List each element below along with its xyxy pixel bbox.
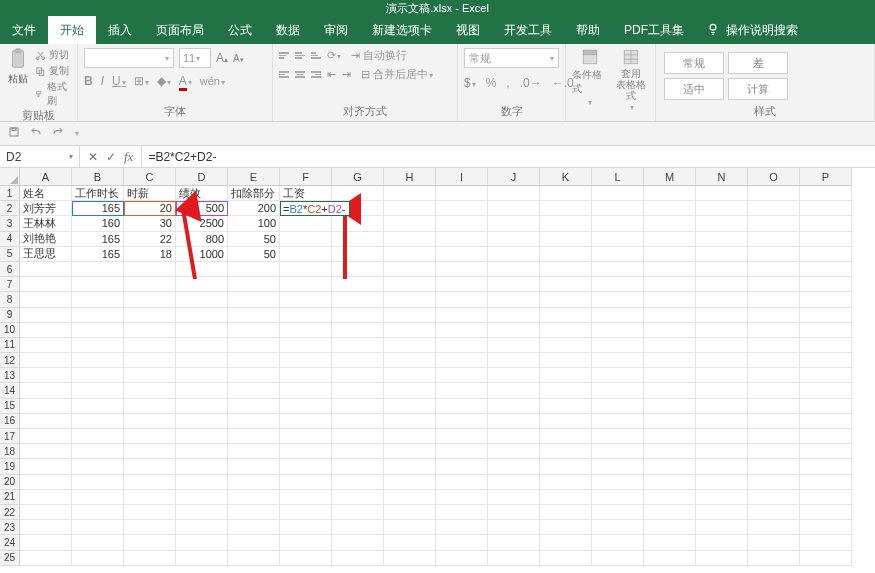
cell-P17[interactable] [800, 429, 852, 444]
cell-L8[interactable] [592, 292, 644, 307]
cell-O13[interactable] [748, 368, 800, 383]
increase-font-button[interactable]: A▴ [216, 51, 228, 65]
row-header-5[interactable]: 5 [0, 247, 20, 262]
cell-D11[interactable] [176, 338, 228, 353]
cell-L11[interactable] [592, 338, 644, 353]
row-header-6[interactable]: 6 [0, 262, 20, 277]
cell-E11[interactable] [228, 338, 280, 353]
cell-E22[interactable] [228, 505, 280, 520]
cell-H21[interactable] [384, 490, 436, 505]
cell-D21[interactable] [176, 490, 228, 505]
cell-N11[interactable] [696, 338, 748, 353]
col-header-E[interactable]: E [228, 168, 280, 186]
cell-M11[interactable] [644, 338, 696, 353]
cell-P10[interactable] [800, 323, 852, 338]
cell-F1[interactable]: 工资 [280, 186, 332, 201]
cell-C10[interactable] [124, 323, 176, 338]
cell-B4[interactable]: 165 [72, 232, 124, 247]
tell-me[interactable]: 操作说明搜索 [696, 16, 808, 44]
cell-N24[interactable] [696, 535, 748, 550]
cell-H18[interactable] [384, 444, 436, 459]
tab-data[interactable]: 数据 [264, 16, 312, 44]
cell-E12[interactable] [228, 353, 280, 368]
cell-P21[interactable] [800, 490, 852, 505]
cell-P7[interactable] [800, 277, 852, 292]
cell-I19[interactable] [436, 459, 488, 474]
cell-H14[interactable] [384, 383, 436, 398]
cell-A23[interactable] [20, 520, 72, 535]
cell-J21[interactable] [488, 490, 540, 505]
cell-F19[interactable] [280, 459, 332, 474]
cell-L19[interactable] [592, 459, 644, 474]
cell-N6[interactable] [696, 262, 748, 277]
cancel-formula-button[interactable]: ✕ [88, 150, 98, 164]
cell-A19[interactable] [20, 459, 72, 474]
tab-home[interactable]: 开始 [48, 16, 96, 44]
cell-C23[interactable] [124, 520, 176, 535]
cell-G4[interactable] [332, 232, 384, 247]
cell-J12[interactable] [488, 353, 540, 368]
cell-G19[interactable] [332, 459, 384, 474]
cell-M12[interactable] [644, 353, 696, 368]
cell-L16[interactable] [592, 414, 644, 429]
cell-F13[interactable] [280, 368, 332, 383]
cell-G6[interactable] [332, 262, 384, 277]
cell-I10[interactable] [436, 323, 488, 338]
cell-G1[interactable] [332, 186, 384, 201]
cell-P19[interactable] [800, 459, 852, 474]
cell-B16[interactable] [72, 414, 124, 429]
cell-O15[interactable] [748, 399, 800, 414]
align-bottom-button[interactable] [311, 52, 321, 59]
cell-C13[interactable] [124, 368, 176, 383]
cell-J2[interactable] [488, 201, 540, 216]
cell-N25[interactable] [696, 551, 748, 566]
cell-D1[interactable]: 绩效 [176, 186, 228, 201]
cell-M3[interactable] [644, 216, 696, 231]
row-header-22[interactable]: 22 [0, 505, 20, 520]
cell-B15[interactable] [72, 399, 124, 414]
cell-A20[interactable] [20, 475, 72, 490]
cell-P18[interactable] [800, 444, 852, 459]
cell-F20[interactable] [280, 475, 332, 490]
cell-L17[interactable] [592, 429, 644, 444]
cell-C18[interactable] [124, 444, 176, 459]
cell-G18[interactable] [332, 444, 384, 459]
tab-review[interactable]: 审阅 [312, 16, 360, 44]
cell-M18[interactable] [644, 444, 696, 459]
cell-L22[interactable] [592, 505, 644, 520]
cell-J5[interactable] [488, 247, 540, 262]
cell-A5[interactable]: 王思思 [20, 247, 72, 262]
cell-L18[interactable] [592, 444, 644, 459]
cell-E25[interactable] [228, 551, 280, 566]
spreadsheet-grid[interactable]: ABCDEFGHIJKLMNOP 12345678910111213141516… [0, 168, 875, 573]
cell-C14[interactable] [124, 383, 176, 398]
cell-N12[interactable] [696, 353, 748, 368]
cell-L12[interactable] [592, 353, 644, 368]
cell-G23[interactable] [332, 520, 384, 535]
cell-D18[interactable] [176, 444, 228, 459]
tab-formulas[interactable]: 公式 [216, 16, 264, 44]
row-header-21[interactable]: 21 [0, 490, 20, 505]
col-header-L[interactable]: L [592, 168, 644, 186]
cell-B2[interactable]: 165 [72, 201, 124, 216]
cell-C5[interactable]: 18 [124, 247, 176, 262]
cell-G16[interactable] [332, 414, 384, 429]
row-header-11[interactable]: 11 [0, 338, 20, 353]
cell-I5[interactable] [436, 247, 488, 262]
cell-N13[interactable] [696, 368, 748, 383]
increase-indent-button[interactable]: ⇥ [342, 68, 351, 81]
cell-L6[interactable] [592, 262, 644, 277]
cell-O17[interactable] [748, 429, 800, 444]
cell-M13[interactable] [644, 368, 696, 383]
cell-A18[interactable] [20, 444, 72, 459]
cell-C9[interactable] [124, 308, 176, 323]
align-middle-button[interactable] [295, 52, 305, 59]
cell-B19[interactable] [72, 459, 124, 474]
cell-M8[interactable] [644, 292, 696, 307]
cell-P24[interactable] [800, 535, 852, 550]
cell-M25[interactable] [644, 551, 696, 566]
cell-E14[interactable] [228, 383, 280, 398]
cell-H23[interactable] [384, 520, 436, 535]
cell-A16[interactable] [20, 414, 72, 429]
select-all-corner[interactable] [0, 168, 20, 186]
